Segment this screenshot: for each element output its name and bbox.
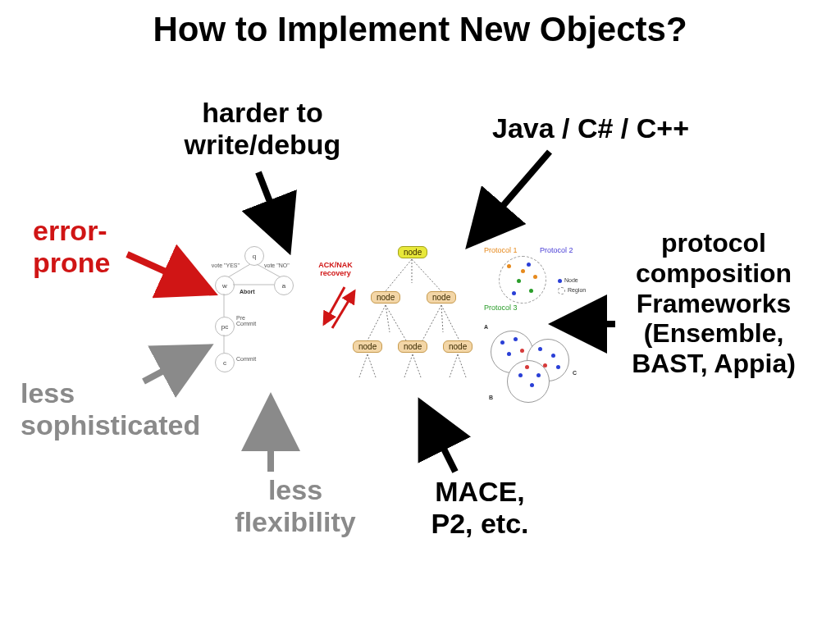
- label-mace: MACE, P2, etc.: [406, 476, 554, 540]
- svg-line-13: [441, 305, 459, 340]
- tree-edges: [345, 246, 484, 394]
- abort-label: Abort: [240, 289, 281, 294]
- slide-title: How to Implement New Objects?: [0, 10, 840, 49]
- arrow-less-soph: [144, 349, 205, 381]
- svg-line-5: [386, 259, 412, 291]
- prot-circle: [499, 256, 546, 304]
- svg-line-18: [450, 354, 458, 377]
- svg-line-11: [422, 305, 441, 340]
- center-collage: q w a pc c vote "YES" vote "NO" Abort Pr…: [205, 246, 591, 410]
- label-error: error- prone: [33, 215, 148, 279]
- mini-venn: A B C: [484, 324, 591, 406]
- svg-line-12: [441, 305, 443, 332]
- mini-state-machine: q w a pc c vote "YES" vote "NO" Abort Pr…: [205, 246, 304, 394]
- vote-no: vote "NO": [264, 262, 309, 268]
- svg-line-17: [413, 354, 421, 377]
- prot2-label: Protocol 2: [540, 246, 573, 254]
- arrow-java: [472, 152, 550, 242]
- prot1-label: Protocol 1: [484, 246, 518, 254]
- venn-b: B: [489, 395, 493, 400]
- svg-line-19: [458, 354, 466, 377]
- legend-node: Node: [558, 277, 578, 283]
- slide-stage: How to Implement New Objects? harder to …: [0, 0, 840, 630]
- label-less-flex: less flexibility: [213, 474, 377, 538]
- venn-a: A: [484, 324, 488, 330]
- svg-line-16: [404, 354, 413, 377]
- svg-line-14: [359, 354, 368, 377]
- svg-line-15: [368, 354, 376, 377]
- label-protocol: protocol composition Frameworks (Ensembl…: [607, 228, 820, 379]
- mini-protocol-circle: Protocol 1 Protocol 2 Protocol 3 Node Re…: [484, 246, 591, 316]
- mini-node-tree: node node node node node node: [345, 246, 484, 394]
- arrow-mace: [422, 406, 455, 472]
- vote-yes: vote "YES": [199, 262, 240, 268]
- venn-c: C: [573, 370, 577, 376]
- precommit-label: Pre Commit: [236, 315, 277, 326]
- label-less-soph: less sophisticated: [21, 377, 234, 441]
- label-harder: harder to write/debug: [156, 97, 369, 161]
- svg-line-8: [368, 305, 386, 340]
- arrow-harder: [258, 172, 287, 246]
- prot3-label: Protocol 3: [484, 304, 518, 312]
- label-java: Java / C# / C++: [468, 112, 714, 144]
- commit-label: Commit: [236, 356, 277, 362]
- svg-line-6: [412, 259, 441, 291]
- legend-region: Region: [558, 287, 586, 294]
